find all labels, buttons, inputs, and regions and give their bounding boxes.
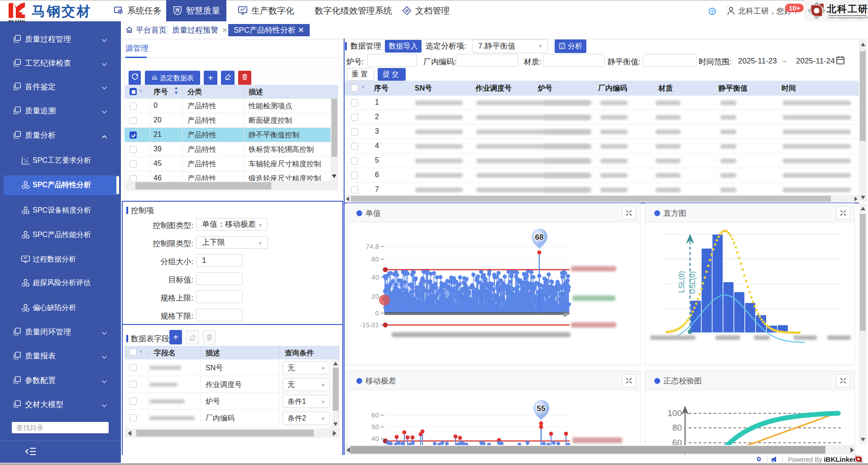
svg-text:USL(0): USL(0) [689,271,696,294]
svg-text:60: 60 [371,255,379,263]
svg-text:60: 60 [371,411,379,419]
svg-text:LSL(0): LSL(0) [678,271,686,293]
svg-text:MA STEEL: MA STEEL [9,19,26,23]
svg-text:50: 50 [371,423,379,431]
svg-text:20: 20 [371,292,379,300]
svg-text:100: 100 [667,408,682,418]
svg-text:0: 0 [375,309,379,317]
svg-text:40: 40 [371,273,379,281]
svg-text:55: 55 [537,404,546,413]
svg-text:80: 80 [672,423,682,432]
svg-text:-15.01: -15.01 [360,321,379,329]
svg-text:40: 40 [371,435,379,442]
svg-text:68: 68 [535,233,544,242]
svg-text:74.8: 74.8 [366,242,379,250]
